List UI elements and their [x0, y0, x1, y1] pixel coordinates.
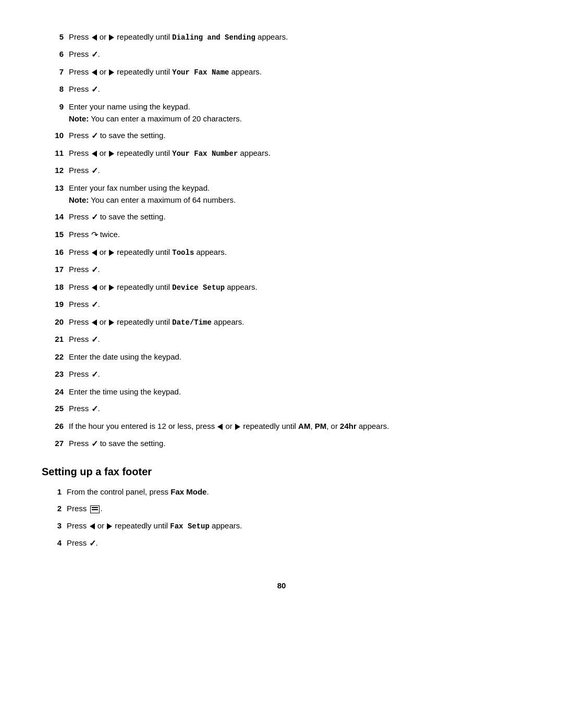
step-number-24: 24	[42, 386, 64, 398]
step-note-13: Note: You can enter a maximum of 64 numb…	[69, 195, 236, 204]
section-heading-fax-footer: Setting up a fax footer	[42, 466, 521, 478]
code-your-fax-name: Your Fax Name	[172, 68, 229, 77]
left-arrow-icon	[90, 523, 95, 529]
checkmark-icon: ✓	[91, 299, 98, 311]
code-fax-setup: Fax Setup	[170, 522, 210, 530]
step-11: 11 Press or repeatedly until Your Fax Nu…	[42, 147, 521, 159]
step-content-25: Press ✓.	[69, 403, 521, 415]
sub-step-number-3: 3	[42, 520, 62, 532]
right-arrow-icon	[109, 69, 114, 76]
step-number-17: 17	[42, 264, 64, 276]
step-content-26: If the hour you entered is 12 or less, p…	[69, 421, 521, 433]
text-am: AM	[298, 422, 310, 430]
right-arrow-icon	[107, 523, 112, 529]
right-arrow-icon	[109, 285, 114, 291]
step-content-18: Press or repeatedly until Device Setup a…	[69, 281, 521, 293]
sub-step-4: 4 Press ✓.	[42, 537, 521, 550]
step-content-13: Enter your fax number using the keypad. …	[69, 182, 521, 206]
right-arrow-icon	[109, 34, 114, 41]
sub-step-2: 2 Press .	[42, 503, 521, 515]
checkmark-icon: ✓	[91, 165, 98, 177]
step-number-7: 7	[42, 66, 64, 78]
step-23: 23 Press ✓.	[42, 368, 521, 381]
code-dialing-sending: Dialing and Sending	[172, 33, 255, 42]
step-content-5: Press or repeatedly until Dialing and Se…	[69, 31, 521, 43]
step-7: 7 Press or repeatedly until Your Fax Nam…	[42, 66, 521, 78]
step-content-16: Press or repeatedly until Tools appears.	[69, 246, 521, 258]
checkmark-icon: ✓	[91, 264, 98, 276]
step-number-22: 22	[42, 351, 64, 363]
left-arrow-icon	[92, 319, 97, 326]
step-number-10: 10	[42, 130, 64, 142]
step-content-8: Press ✓.	[69, 83, 521, 96]
step-content-9: Enter your name using the keypad. Note: …	[69, 101, 521, 125]
left-arrow-icon	[92, 151, 97, 157]
sub-step-content-4: Press ✓.	[67, 537, 521, 550]
checkmark-icon: ✓	[91, 368, 98, 381]
step-content-20: Press or repeatedly until Date/Time appe…	[69, 316, 521, 328]
text-pm: PM	[315, 422, 327, 430]
step-note-9: Note: You can enter a maximum of 20 char…	[69, 114, 242, 123]
right-arrow-icon	[235, 424, 240, 430]
step-22: 22 Enter the date using the keypad.	[42, 351, 521, 363]
left-arrow-icon	[92, 34, 97, 41]
sub-step-content-3: Press or repeatedly until Fax Setup appe…	[67, 520, 521, 532]
step-number-9: 9	[42, 101, 64, 113]
step-number-8: 8	[42, 83, 64, 95]
checkmark-icon: ✓	[91, 211, 98, 224]
step-number-18: 18	[42, 281, 64, 293]
step-10: 10 Press ✓ to save the setting.	[42, 130, 521, 142]
sub-step-number-1: 1	[42, 486, 62, 498]
step-content-15: Press ↷ twice.	[69, 229, 521, 241]
left-arrow-icon	[92, 285, 97, 291]
sub-step-3: 3 Press or repeatedly until Fax Setup ap…	[42, 520, 521, 532]
step-15: 15 Press ↷ twice.	[42, 229, 521, 241]
checkmark-icon: ✓	[91, 130, 98, 142]
step-content-19: Press ✓.	[69, 299, 521, 311]
step-content-11: Press or repeatedly until Your Fax Numbe…	[69, 147, 521, 159]
left-arrow-icon	[92, 69, 97, 76]
step-6: 6 Press ✓.	[42, 48, 521, 61]
page-number: 80	[42, 581, 521, 590]
step-number-23: 23	[42, 368, 64, 380]
step-content-12: Press ✓.	[69, 165, 521, 177]
checkmark-icon: ✓	[91, 403, 98, 415]
step-number-19: 19	[42, 299, 64, 311]
step-content-27: Press ✓ to save the setting.	[69, 438, 521, 450]
left-arrow-icon	[92, 250, 97, 256]
step-number-26: 26	[42, 421, 64, 433]
text-fax-mode: Fax Mode	[170, 487, 206, 496]
step-13: 13 Enter your fax number using the keypa…	[42, 182, 521, 206]
step-25: 25 Press ✓.	[42, 403, 521, 415]
step-number-20: 20	[42, 316, 64, 328]
step-16: 16 Press or repeatedly until Tools appea…	[42, 246, 521, 258]
code-device-setup: Device Setup	[172, 283, 225, 292]
left-arrow-icon	[217, 424, 223, 430]
right-arrow-icon	[109, 319, 114, 326]
step-number-14: 14	[42, 211, 64, 223]
sub-step-1: 1 From the control panel, press Fax Mode…	[42, 486, 521, 498]
step-number-11: 11	[42, 147, 64, 159]
checkmark-icon: ✓	[91, 438, 98, 450]
step-content-14: Press ✓ to save the setting.	[69, 211, 521, 224]
text-24hr: 24hr	[340, 422, 357, 430]
step-number-15: 15	[42, 229, 64, 241]
code-your-fax-number: Your Fax Number	[172, 150, 238, 158]
step-content-22: Enter the date using the keypad.	[69, 351, 521, 363]
sub-step-content-2: Press .	[67, 503, 521, 515]
step-26: 26 If the hour you entered is 12 or less…	[42, 421, 521, 433]
step-number-21: 21	[42, 334, 64, 346]
checkmark-icon: ✓	[91, 83, 98, 96]
step-17: 17 Press ✓.	[42, 264, 521, 276]
code-date-time: Date/Time	[172, 318, 212, 327]
step-number-25: 25	[42, 403, 64, 415]
step-27: 27 Press ✓ to save the setting.	[42, 438, 521, 450]
checkmark-icon: ✓	[91, 48, 98, 61]
step-18: 18 Press or repeatedly until Device Setu…	[42, 281, 521, 293]
sub-step-content-1: From the control panel, press Fax Mode.	[67, 486, 521, 498]
checkmark-icon: ✓	[91, 334, 98, 346]
right-arrow-icon	[109, 151, 114, 157]
step-content-10: Press ✓ to save the setting.	[69, 130, 521, 142]
step-20: 20 Press or repeatedly until Date/Time a…	[42, 316, 521, 328]
step-8: 8 Press ✓.	[42, 83, 521, 96]
